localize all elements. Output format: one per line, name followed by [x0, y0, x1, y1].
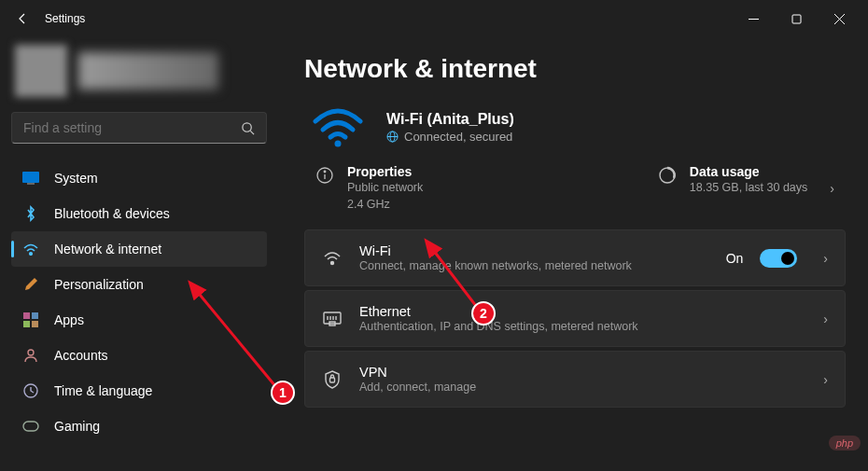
- sidebar-item-system[interactable]: System: [11, 160, 267, 196]
- back-button[interactable]: [7, 4, 37, 34]
- user-name: [78, 52, 218, 90]
- window-controls: [732, 4, 861, 34]
- sidebar-item-accounts[interactable]: Accounts: [11, 338, 267, 373]
- wifi-card-title: Wi-Fi: [359, 243, 709, 258]
- ethernet-icon: [322, 309, 343, 329]
- wifi-connection-status: Connected, secured: [386, 130, 514, 144]
- wifi-toggle[interactable]: [760, 249, 797, 268]
- vpn-card[interactable]: VPN Add, connect, manage ›: [304, 351, 846, 408]
- avatar: [15, 45, 67, 97]
- main: Network & internet Wi-Fi (Anita_Plus) Co…: [278, 37, 868, 471]
- wifi-status-header: Wi-Fi (Anita_Plus) Connected, secured: [304, 106, 846, 147]
- svg-rect-31: [330, 378, 335, 382]
- sidebar-item-label: Apps: [54, 312, 84, 327]
- minimize-button[interactable]: [732, 4, 775, 34]
- svg-rect-9: [23, 312, 30, 319]
- wifi-card-icon: [322, 248, 343, 269]
- data-usage-block[interactable]: Data usage 18.35 GB, last 30 days ›: [658, 164, 834, 213]
- sidebar-item-label: Personalization: [54, 277, 144, 292]
- minimize-icon: [749, 14, 759, 24]
- chevron-right-icon: ›: [823, 251, 828, 266]
- maximize-icon: [791, 14, 802, 24]
- chevron-right-icon: ›: [830, 181, 834, 196]
- search-input[interactable]: [23, 120, 241, 135]
- accounts-icon: [22, 347, 39, 364]
- back-arrow-icon: [15, 11, 30, 26]
- sidebar-item-bluetooth[interactable]: Bluetooth & devices: [11, 196, 267, 231]
- wifi-icon: [312, 106, 364, 147]
- sidebar: System Bluetooth & devices Network & int…: [0, 37, 278, 471]
- wifi-card[interactable]: Wi-Fi Connect, manage known networks, me…: [304, 229, 846, 286]
- svg-rect-15: [23, 422, 38, 431]
- watermark: php: [829, 436, 861, 450]
- sidebar-item-label: System: [54, 171, 98, 186]
- svg-line-5: [250, 131, 254, 134]
- chevron-right-icon: ›: [823, 312, 828, 326]
- data-usage-value: 18.35 GB, last 30 days: [690, 179, 807, 196]
- chevron-right-icon: ›: [823, 372, 828, 387]
- time-icon: [22, 382, 39, 399]
- search-icon: [241, 121, 255, 135]
- close-icon: [834, 14, 845, 24]
- close-button[interactable]: [818, 4, 861, 34]
- wifi-name: Wi-Fi (Anita_Plus): [386, 111, 514, 128]
- properties-block[interactable]: Properties Public network 2.4 GHz: [315, 164, 639, 213]
- sidebar-item-label: Time & language: [54, 383, 152, 398]
- ethernet-card-sub: Authentication, IP and DNS settings, met…: [359, 320, 797, 333]
- svg-rect-12: [32, 321, 38, 327]
- wifi-toggle-label: On: [726, 251, 744, 266]
- svg-rect-11: [23, 321, 30, 327]
- network-icon: [22, 241, 39, 257]
- maximize-button[interactable]: [775, 4, 818, 34]
- vpn-card-sub: Add, connect, manage: [359, 381, 797, 394]
- svg-rect-6: [22, 172, 39, 183]
- svg-rect-10: [32, 312, 38, 319]
- svg-point-24: [331, 261, 334, 264]
- system-icon: [22, 170, 39, 187]
- page-title: Network & internet: [304, 54, 846, 84]
- titlebar: Settings: [0, 0, 868, 37]
- svg-rect-1: [792, 15, 801, 23]
- sidebar-item-label: Accounts: [54, 348, 108, 363]
- vpn-card-title: VPN: [359, 365, 797, 380]
- sidebar-item-gaming[interactable]: Gaming: [11, 409, 267, 444]
- sidebar-item-time[interactable]: Time & language: [11, 373, 267, 409]
- svg-point-13: [28, 350, 34, 355]
- globe-icon: [386, 131, 399, 143]
- search-box[interactable]: [11, 112, 267, 144]
- svg-point-8: [30, 253, 33, 256]
- sidebar-item-label: Gaming: [54, 419, 100, 434]
- personalization-icon: [22, 276, 39, 293]
- data-usage-icon: [658, 166, 677, 185]
- user-account-area[interactable]: [11, 37, 267, 112]
- nav: System Bluetooth & devices Network & int…: [11, 160, 267, 471]
- bluetooth-icon: [22, 205, 39, 222]
- gaming-icon: [22, 418, 39, 435]
- sidebar-item-label: Network & internet: [54, 242, 161, 256]
- info-icon: [315, 166, 334, 185]
- sidebar-item-label: Bluetooth & devices: [54, 206, 170, 221]
- wifi-card-sub: Connect, manage known networks, metered …: [359, 259, 709, 272]
- properties-band: 2.4 GHz: [347, 196, 423, 213]
- properties-network-type: Public network: [347, 179, 423, 196]
- sidebar-item-apps[interactable]: Apps: [11, 302, 267, 338]
- window-title: Settings: [45, 12, 85, 25]
- properties-title: Properties: [347, 164, 423, 179]
- svg-point-4: [243, 122, 251, 131]
- vpn-icon: [322, 369, 343, 390]
- ethernet-card-title: Ethernet: [359, 304, 797, 319]
- info-row: Properties Public network 2.4 GHz Data u…: [304, 164, 846, 229]
- svg-rect-7: [27, 183, 35, 185]
- sidebar-item-personalization[interactable]: Personalization: [11, 267, 267, 302]
- svg-point-16: [335, 141, 342, 147]
- sidebar-item-network[interactable]: Network & internet: [11, 231, 267, 267]
- data-usage-title: Data usage: [690, 164, 807, 179]
- svg-point-22: [324, 171, 326, 173]
- apps-icon: [22, 312, 39, 328]
- ethernet-card[interactable]: Ethernet Authentication, IP and DNS sett…: [304, 290, 846, 347]
